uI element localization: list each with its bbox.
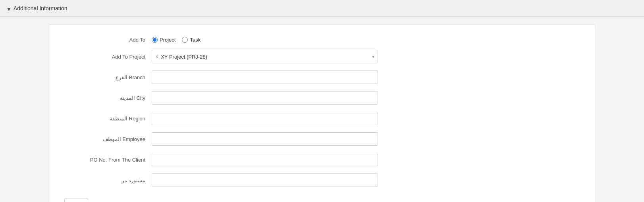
- project-select[interactable]: × XY Project (PRJ-28) ▾: [152, 50, 378, 63]
- project-label: Project: [160, 37, 175, 43]
- radio-group: Project Task: [152, 37, 378, 43]
- task-radio-label[interactable]: Task: [182, 37, 201, 43]
- add-to-row: Add To Project Task: [64, 37, 580, 43]
- form-card: Add To Project Task Add To Project: [48, 25, 596, 202]
- branch-label: الفرع Branch: [64, 74, 152, 80]
- project-radio[interactable]: [152, 37, 158, 43]
- city-row: المدينة City: [64, 91, 580, 105]
- po-label: PO No. From The Client: [64, 157, 152, 163]
- add-to-options: Project Task: [152, 37, 378, 43]
- employee-row: الموظف Employee: [64, 132, 580, 146]
- project-clear-button[interactable]: ×: [155, 54, 158, 59]
- employee-control: [152, 132, 378, 146]
- imported-input[interactable]: [152, 173, 378, 187]
- po-row: PO No. From The Client: [64, 153, 580, 166]
- imported-row: مستورد من: [64, 173, 580, 187]
- branch-control: [152, 71, 378, 84]
- project-radio-label[interactable]: Project: [152, 37, 175, 43]
- section-title: Additional Information: [13, 5, 67, 11]
- add-to-project-control[interactable]: × XY Project (PRJ-28) ▾: [152, 50, 378, 63]
- chevron-icon: ▼: [6, 6, 10, 10]
- project-dropdown-arrow: ▾: [372, 54, 374, 59]
- project-selected-value: XY Project (PRJ-28): [161, 54, 369, 60]
- branch-input[interactable]: [152, 71, 378, 84]
- region-control: [152, 112, 378, 125]
- main-content: Add To Project Task Add To Project: [0, 17, 644, 202]
- task-label: Task: [190, 37, 201, 43]
- branch-row: الفرع Branch: [64, 71, 580, 84]
- add-to-project-label: Add To Project: [64, 54, 152, 60]
- add-to-project-row: Add To Project × XY Project (PRJ-28) ▾: [64, 50, 580, 63]
- city-label: المدينة City: [64, 95, 152, 101]
- save-button[interactable]: Save: [64, 198, 88, 202]
- city-control: [152, 91, 378, 105]
- employee-label: الموظف Employee: [64, 136, 152, 142]
- imported-label: مستورد من: [64, 177, 152, 183]
- region-row: المنطقة Region: [64, 112, 580, 125]
- region-label: المنطقة Region: [64, 116, 152, 122]
- save-row: Save: [64, 194, 580, 202]
- region-input[interactable]: [152, 112, 378, 125]
- employee-input[interactable]: [152, 132, 378, 146]
- city-input[interactable]: [152, 91, 378, 105]
- imported-control: [152, 173, 378, 187]
- section-header: ▼ Additional Information: [0, 0, 644, 17]
- add-to-label: Add To: [64, 37, 152, 43]
- po-input[interactable]: [152, 153, 378, 166]
- po-control: [152, 153, 378, 166]
- task-radio[interactable]: [182, 37, 188, 43]
